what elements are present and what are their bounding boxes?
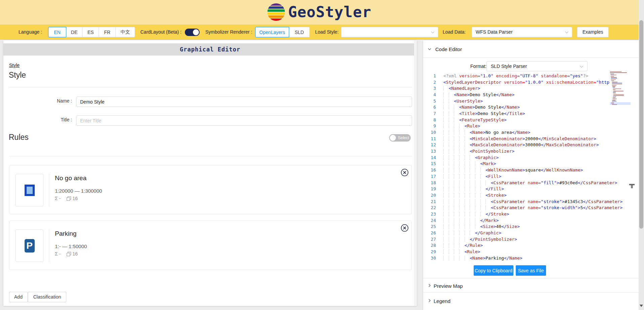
language-group: EN DE ES FR 中文: [48, 27, 135, 37]
toggle-knob: [390, 135, 396, 141]
code-line[interactable]: 14 <Graphic>: [428, 154, 630, 161]
title-input[interactable]: [76, 115, 412, 126]
save-as-file-button[interactable]: Save as File: [516, 265, 546, 276]
code-line[interactable]: 28 </Rule>: [428, 242, 630, 249]
code-line[interactable]: 7 <Title>Demo Style</Title>: [428, 110, 630, 117]
editor-scrollbar-marker[interactable]: [629, 184, 635, 188]
geostyler-app: GeoStyler Language : EN DE ES FR 中文 Card…: [0, 0, 644, 310]
graphical-editor-panel: Graphical Editor Style Style Name : Titl…: [3, 40, 417, 306]
code-lines: 1<?xml version="1.0" encoding="UTF-8" st…: [428, 73, 630, 261]
format-select[interactable]: SLD Style Parser: [486, 61, 587, 71]
code-line[interactable]: 27 </PointSymbolizer>: [428, 236, 630, 242]
code-line[interactable]: 8 <FeatureTypeStyle>: [428, 117, 630, 123]
logo-text: GeoStyler: [288, 3, 371, 22]
scrollbar-down-arrow[interactable]: [640, 305, 643, 307]
code-minimap[interactable]: [610, 71, 631, 106]
code-line[interactable]: 21 <CssParameter name="stroke">#1345c3</…: [428, 198, 630, 205]
rule-card-no-go-area[interactable]: No go area 1:20000 — 1:300000 Σ - 16: [9, 165, 412, 214]
language-option-en[interactable]: EN: [48, 27, 66, 37]
panel-scrollbar[interactable]: [414, 40, 417, 306]
format-label: Format:: [470, 64, 486, 69]
code-minimap-lines: [610, 71, 631, 105]
app-header: GeoStyler: [0, 0, 639, 25]
rule-meta-row: Σ - 16: [55, 196, 78, 201]
code-line[interactable]: 17 <Fill>: [428, 173, 630, 180]
code-line[interactable]: 10 <Name>No go area</Name>: [428, 129, 630, 135]
code-line[interactable]: 30 <Name>Parking</Name>: [428, 255, 630, 261]
code-line[interactable]: 5 <UserStyle>: [428, 98, 630, 104]
rule-name: No go area: [55, 175, 87, 182]
code-line[interactable]: 4 <Name>Demo Style</Name>: [428, 91, 630, 98]
rule-meta-row: Σ - 16: [55, 251, 78, 257]
code-line[interactable]: 12 <MaxScaleDenominator>300000</MaxScale…: [428, 142, 630, 148]
remove-rule-button[interactable]: [401, 224, 409, 232]
rule-name: Parking: [55, 230, 76, 237]
code-line[interactable]: 23 </Stroke>: [428, 211, 630, 217]
cardlayout-label: CardLayout (Beta) :: [140, 25, 181, 40]
code-line[interactable]: 26 </Graphic>: [428, 230, 630, 236]
code-editor-content[interactable]: 1<?xml version="1.0" encoding="UTF-8" st…: [428, 73, 630, 266]
minimap-viewport: [610, 102, 631, 105]
title-field-label: Title :: [3, 117, 72, 122]
code-editor-panel: Code Editor Format: SLD Style Parser 1<?…: [423, 40, 639, 310]
name-input[interactable]: [76, 96, 412, 107]
preview-map-title: Preview Map: [434, 283, 463, 289]
code-line[interactable]: 19 </Fill>: [428, 186, 630, 192]
rules-heading: Rules: [9, 133, 29, 142]
classification-button[interactable]: Classification: [28, 292, 66, 302]
code-line[interactable]: 18 <CssParameter name="fill">#93c0ed</Cs…: [428, 180, 630, 186]
rule-card-parking[interactable]: P Parking 1:- — 1:50000 Σ - 16: [9, 221, 412, 270]
copy-to-clipboard-button[interactable]: Copy to Clipboard: [474, 265, 513, 276]
breadcrumb-style-link[interactable]: Style: [9, 63, 20, 68]
language-option-zh[interactable]: 中文: [115, 27, 135, 37]
cardlayout-toggle[interactable]: [185, 29, 200, 36]
load-data-select[interactable]: WFS Data Parser: [472, 27, 572, 37]
code-line[interactable]: 20 <Stroke>: [428, 192, 630, 198]
rule-filter-indicator: Σ -: [55, 251, 61, 257]
load-data-value: WFS Data Parser: [476, 29, 513, 35]
code-line[interactable]: 25 <Size>40</Size>: [428, 224, 630, 230]
scrollbar-thumb[interactable]: [639, 20, 643, 229]
add-rule-button[interactable]: Add: [9, 292, 28, 302]
code-line[interactable]: 13 <PointSymbolizer>: [428, 148, 630, 154]
code-line[interactable]: 1<?xml version="1.0" encoding="UTF-8" st…: [428, 73, 630, 79]
code-line[interactable]: 24 </Mark>: [428, 217, 630, 224]
rule-symbol-square: [25, 185, 35, 196]
renderer-option-openlayers[interactable]: OpenLayers: [255, 27, 289, 37]
language-option-fr[interactable]: FR: [99, 27, 116, 37]
chevron-right-icon: [428, 283, 432, 287]
code-line[interactable]: 9 <Rule>: [428, 123, 630, 129]
code-line[interactable]: 6 <Name>Demo Style</Name>: [428, 104, 630, 110]
select-rules-toggle[interactable]: Select: [389, 134, 411, 142]
chevron-down-icon: [565, 31, 569, 34]
page-scrollbar[interactable]: [639, 0, 644, 310]
symbolizer-count: 16: [72, 196, 78, 201]
language-option-de[interactable]: DE: [66, 27, 82, 37]
toggle-knob: [193, 29, 199, 35]
load-style-select[interactable]: [341, 27, 438, 37]
code-line[interactable]: 22 <CssParameter name="stroke-width">5</…: [428, 204, 630, 211]
globe-icon: [267, 3, 285, 21]
legend-collapse-header[interactable]: Legend: [423, 293, 639, 308]
code-line[interactable]: 3 <NamedLayer>: [428, 85, 630, 91]
rule-filter-indicator: Σ -: [55, 196, 61, 201]
rule-symbol-parking: P: [25, 239, 35, 253]
code-line[interactable]: 11 <MinScaleDenominator>20000</MinScaleD…: [428, 135, 630, 142]
code-line[interactable]: 2<StyledLayerDescriptor version="1.0.0" …: [428, 79, 630, 85]
toolbar: Language : EN DE ES FR 中文 CardLayout (Be…: [0, 25, 639, 40]
examples-button[interactable]: Examples: [577, 27, 609, 37]
code-line[interactable]: 15 <Mark>: [428, 161, 630, 167]
renderer-option-sld[interactable]: SLD: [289, 27, 310, 37]
symbolizer-count-icon: [67, 252, 71, 256]
language-label: Language :: [19, 25, 42, 40]
language-option-es[interactable]: ES: [82, 27, 99, 37]
code-line[interactable]: 16 <WellKnownName>square</WellKnownName>: [428, 167, 630, 173]
preview-map-collapse-header[interactable]: Preview Map: [423, 278, 639, 293]
remove-rule-button[interactable]: [401, 168, 409, 177]
name-field-label: Name :: [3, 98, 72, 104]
code-line[interactable]: 29 <Rule>: [428, 248, 630, 255]
code-editor-collapse-header[interactable]: Code Editor: [423, 40, 639, 58]
divider: [49, 229, 49, 262]
divider: [9, 156, 412, 156]
symbolizer-count-icon: [67, 196, 71, 201]
